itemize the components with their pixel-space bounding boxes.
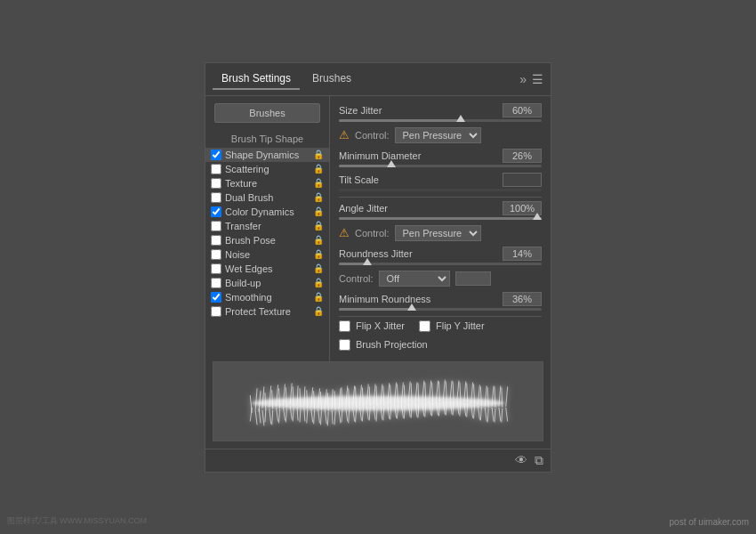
warning-icon-angle: ⚠ <box>339 226 350 239</box>
roundness-control-row: Control: Off Pen Pressure Fade <box>339 271 542 287</box>
roundness-control-select[interactable]: Off Pen Pressure Fade <box>379 271 450 287</box>
sidebar-item-dual-brush[interactable]: Dual Brush 🔒 <box>205 190 329 205</box>
sidebar-item-color-dynamics[interactable]: Color Dynamics 🔒 <box>205 205 329 219</box>
noise-checkbox[interactable] <box>211 249 221 260</box>
sidebar-item-wet-edges[interactable]: Wet Edges 🔒 <box>205 262 329 276</box>
sidebar-item-noise[interactable]: Noise 🔒 <box>205 247 329 262</box>
min-roundness-value[interactable] <box>503 292 542 306</box>
visibility-icon[interactable]: 👁 <box>515 453 527 468</box>
texture-checkbox[interactable] <box>211 178 221 189</box>
sidebar-item-scattering[interactable]: Scattering 🔒 <box>205 162 329 176</box>
svg-line-80 <box>272 409 273 425</box>
svg-point-148 <box>252 396 504 410</box>
color-dynamics-checkbox[interactable] <box>211 206 221 217</box>
build-up-checkbox[interactable] <box>211 278 221 288</box>
menu-icon[interactable]: ☰ <box>532 72 543 86</box>
angle-jitter-slider[interactable] <box>339 217 542 220</box>
sidebar-item-texture[interactable]: Texture 🔒 <box>205 176 329 190</box>
size-jitter-value[interactable] <box>503 103 542 117</box>
svg-line-57 <box>450 380 452 400</box>
svg-line-94 <box>320 410 321 425</box>
sidebar-item-protect-texture[interactable]: Protect Texture 🔒 <box>205 304 329 319</box>
sidebar-item-shape-dynamics[interactable]: Shape Dynamics 🔒 <box>205 148 329 162</box>
tab-brush-settings[interactable]: Brush Settings <box>213 69 300 90</box>
brush-pose-checkbox[interactable] <box>211 235 221 246</box>
tilt-scale-slider <box>339 189 542 191</box>
wet-edges-checkbox[interactable] <box>211 263 221 274</box>
transfer-label: Transfer <box>225 221 313 231</box>
svg-line-144 <box>495 408 495 422</box>
svg-line-145 <box>499 407 501 421</box>
divider-1 <box>339 197 542 198</box>
svg-line-84 <box>286 408 286 422</box>
svg-line-89 <box>304 407 305 421</box>
sidebar-item-build-up[interactable]: Build-up 🔒 <box>205 276 329 290</box>
more-icon[interactable]: » <box>519 72 527 86</box>
size-control-label: Control: <box>355 130 390 141</box>
svg-line-142 <box>487 408 488 422</box>
dual-brush-checkbox[interactable] <box>211 192 221 203</box>
min-roundness-track <box>339 308 542 311</box>
lock-icon-smoothing: 🔒 <box>313 292 324 302</box>
svg-line-81 <box>277 407 278 421</box>
svg-line-146 <box>502 408 503 422</box>
min-diameter-fill <box>339 165 391 167</box>
size-jitter-thumb <box>456 115 465 122</box>
flip-x-label: Flip X Jitter <box>356 320 405 331</box>
protect-texture-checkbox[interactable] <box>211 306 221 317</box>
min-diameter-value[interactable] <box>503 149 542 163</box>
svg-line-59 <box>457 380 459 400</box>
roundness-control-label: Control: <box>339 273 374 284</box>
sidebar-item-transfer[interactable]: Transfer 🔒 <box>205 219 329 233</box>
svg-line-86 <box>293 407 294 421</box>
angle-jitter-row: Angle Jitter <box>339 201 542 215</box>
svg-line-87 <box>297 406 298 420</box>
roundness-jitter-slider[interactable] <box>339 263 542 265</box>
smoothing-checkbox[interactable] <box>211 292 221 303</box>
svg-line-140 <box>480 406 481 420</box>
lock-icon-texture: 🔒 <box>313 178 324 188</box>
copy-icon[interactable]: ⧉ <box>535 453 543 468</box>
roundness-control-extra[interactable] <box>455 271 491 286</box>
min-diameter-slider[interactable] <box>339 165 542 167</box>
brush-projection-checkbox[interactable] <box>339 339 350 351</box>
flip-x-checkbox[interactable] <box>339 320 350 332</box>
flip-y-row: Flip Y Jitter <box>419 320 485 332</box>
svg-line-102 <box>349 409 350 423</box>
tilt-scale-row: Tilt Scale <box>339 173 542 187</box>
shape-dynamics-checkbox[interactable] <box>211 150 221 160</box>
size-jitter-track <box>339 119 542 122</box>
svg-line-100 <box>342 408 342 422</box>
sidebar: Brushes Brush Tip Shape Shape Dynamics 🔒… <box>205 96 330 361</box>
scattering-checkbox[interactable] <box>211 164 221 174</box>
sidebar-item-smoothing[interactable]: Smoothing 🔒 <box>205 290 329 304</box>
post-label: post of uimaker.com <box>670 517 749 527</box>
svg-line-95 <box>325 409 326 424</box>
angle-jitter-fill <box>339 217 542 220</box>
size-jitter-control-row: ⚠ Control: Pen Pressure Off Fade Pen Til… <box>339 127 542 143</box>
panel-header: Brush Settings Brushes » ☰ <box>205 63 551 96</box>
warning-icon-size: ⚠ <box>339 128 350 142</box>
svg-line-88 <box>300 408 301 422</box>
lock-icon-pose: 🔒 <box>313 235 324 245</box>
svg-line-92 <box>314 409 315 424</box>
size-jitter-row: Size Jitter <box>339 103 542 117</box>
min-roundness-slider[interactable] <box>339 308 542 311</box>
transfer-checkbox[interactable] <box>211 221 221 231</box>
size-jitter-slider[interactable] <box>339 119 542 122</box>
sidebar-item-brush-pose[interactable]: Brush Pose 🔒 <box>205 233 329 247</box>
brushes-button[interactable]: Brushes <box>214 103 320 123</box>
lock-icon-buildup: 🔒 <box>313 278 324 287</box>
tilt-scale-value[interactable] <box>503 173 542 187</box>
tab-brushes[interactable]: Brushes <box>303 69 360 90</box>
min-diameter-label: Minimum Diameter <box>339 150 503 161</box>
svg-line-90 <box>307 409 308 423</box>
angle-jitter-thumb <box>533 213 542 220</box>
flip-y-checkbox[interactable] <box>419 320 430 332</box>
size-control-select[interactable]: Pen Pressure Off Fade Pen Tilt <box>395 127 481 143</box>
build-up-label: Build-up <box>225 278 313 288</box>
roundness-jitter-value[interactable] <box>503 247 542 261</box>
angle-control-select[interactable]: Pen Pressure Off Fade Pen Tilt <box>395 225 481 241</box>
svg-line-73 <box>506 386 508 406</box>
angle-jitter-control-row: ⚠ Control: Pen Pressure Off Fade Pen Til… <box>339 225 542 241</box>
